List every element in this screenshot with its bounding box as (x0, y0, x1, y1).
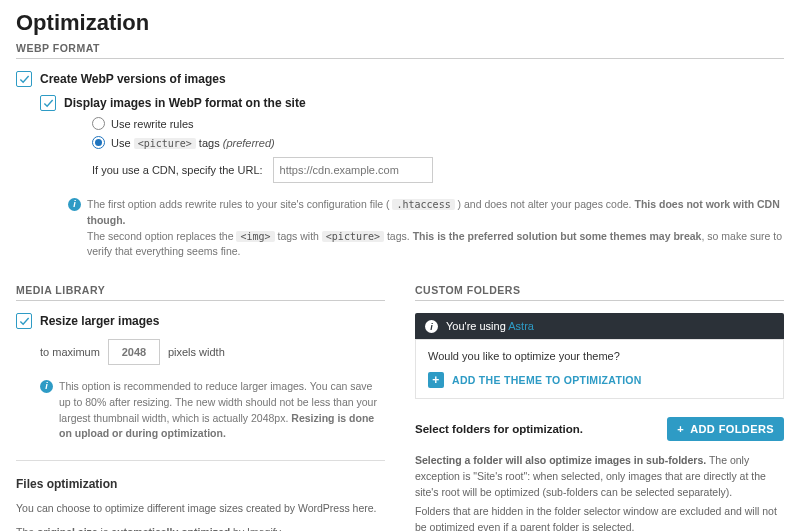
check-icon (19, 74, 30, 85)
files-opt-desc: You can choose to optimize different ima… (16, 501, 385, 517)
resize-images-label: Resize larger images (40, 314, 159, 328)
files-optimization-header: Files optimization (16, 477, 385, 491)
info-icon: i (425, 320, 438, 333)
display-webp-label: Display images in WebP format on the sit… (64, 96, 306, 110)
folders-info-1: Selecting a folder will also optimize im… (415, 453, 784, 500)
max-width-input[interactable] (108, 339, 160, 365)
picture-tags-label: Use <picture> tags (preferred) (111, 137, 275, 149)
info-icon: i (40, 380, 53, 393)
rewrite-rules-radio[interactable] (92, 117, 105, 130)
cdn-url-input[interactable] (273, 157, 433, 183)
create-webp-label: Create WebP versions of images (40, 72, 226, 86)
resize-images-checkbox[interactable] (16, 313, 32, 329)
check-icon (19, 316, 30, 327)
check-icon (43, 98, 54, 109)
theme-banner: i You're using Astra (415, 313, 784, 339)
add-theme-button[interactable]: + (428, 372, 444, 388)
page-title: Optimization (16, 10, 784, 36)
add-theme-label[interactable]: ADD THE THEME TO OPTIMIZATION (452, 374, 642, 386)
display-webp-checkbox[interactable] (40, 95, 56, 111)
webp-info-text: The first option adds rewrite rules to y… (87, 197, 784, 260)
theme-name-link[interactable]: Astra (508, 320, 534, 332)
folders-info-2: Folders that are hidden in the folder se… (415, 504, 784, 531)
plus-icon: + (677, 423, 684, 435)
select-folders-label: Select folders for optimization. (415, 423, 583, 435)
rewrite-rules-label: Use rewrite rules (111, 118, 194, 130)
resize-info-text: This option is recommended to reduce lar… (59, 379, 385, 442)
files-opt-auto: The original size is automatically optim… (16, 525, 385, 531)
picture-tags-radio[interactable] (92, 136, 105, 149)
cdn-url-label: If you use a CDN, specify the URL: (92, 164, 263, 176)
webp-section-header: WEBP FORMAT (16, 42, 784, 59)
add-folders-button[interactable]: + ADD FOLDERS (667, 417, 784, 441)
to-maximum-label: to maximum (40, 346, 100, 358)
pixels-width-label: pixels width (168, 346, 225, 358)
custom-folders-header: CUSTOM FOLDERS (415, 284, 784, 301)
optimize-theme-question: Would you like to optimize your theme? (428, 350, 771, 362)
media-library-header: MEDIA LIBRARY (16, 284, 385, 301)
create-webp-checkbox[interactable] (16, 71, 32, 87)
info-icon: i (68, 198, 81, 211)
